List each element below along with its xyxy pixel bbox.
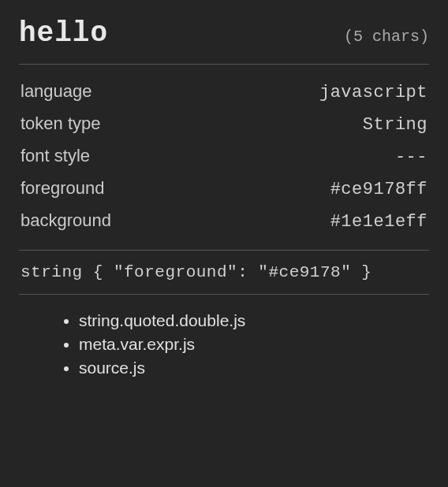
scope-item: string.quoted.double.js: [79, 309, 429, 333]
property-value: javascript: [319, 83, 427, 102]
property-label: foreground: [21, 178, 104, 199]
property-value: #1e1e1eff: [330, 212, 427, 232]
property-label: token type: [21, 113, 101, 134]
scopes-list: string.quoted.double.js meta.var.expr.js…: [63, 309, 429, 380]
property-row-token-type: token type String: [19, 108, 429, 140]
token-header: hello (5 chars): [19, 17, 429, 64]
scopes-section: string.quoted.double.js meta.var.expr.js…: [19, 295, 429, 380]
scope-item: meta.var.expr.js: [79, 333, 429, 356]
char-count: (5 chars): [344, 28, 429, 46]
property-value: String: [363, 115, 427, 135]
property-row-font-style: font style ---: [19, 140, 429, 173]
property-label: background: [21, 210, 111, 231]
property-label: font style: [21, 146, 90, 166]
scope-item: source.js: [79, 356, 429, 380]
property-row-background: background #1e1e1eff: [19, 205, 429, 237]
properties-table: language javascript token type String fo…: [19, 65, 429, 250]
property-value: ---: [395, 147, 427, 167]
property-label: language: [21, 81, 92, 102]
token-text: hello: [19, 17, 108, 50]
property-row-language: language javascript: [19, 76, 429, 108]
theme-rule: string { "foreground": "#ce9178" }: [19, 251, 429, 294]
property-row-foreground: foreground #ce9178ff: [19, 173, 429, 205]
property-value: #ce9178ff: [330, 180, 427, 199]
